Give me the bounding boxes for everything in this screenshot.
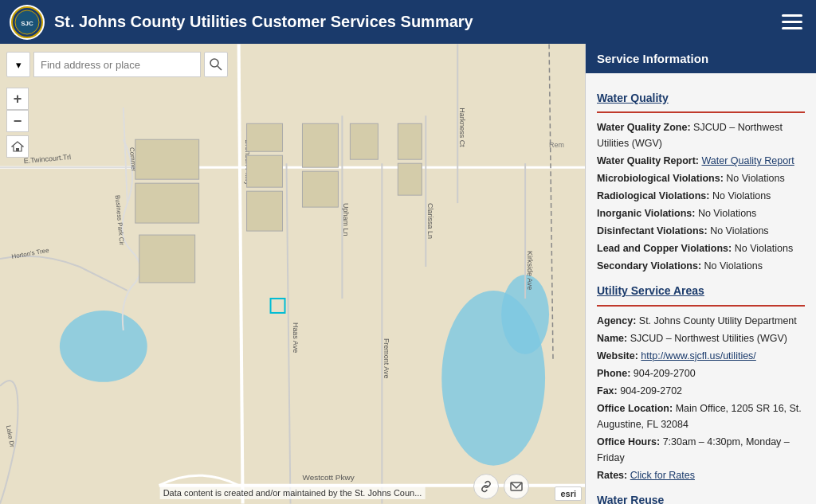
svg-text:Upham Ln: Upham Ln xyxy=(342,203,350,236)
water-quality-title: Water Quality xyxy=(597,89,805,107)
zoom-out-button[interactable]: − xyxy=(6,110,29,132)
water-reuse-title: Water Reuse xyxy=(597,491,805,504)
section-divider-usa xyxy=(597,305,805,307)
svg-rect-47 xyxy=(398,163,422,195)
main-content: ▾ + − xyxy=(0,44,816,504)
svg-rect-41 xyxy=(247,155,283,187)
utility-service-title: Utility Service Areas xyxy=(597,282,805,299)
svg-text:Kirkside Ave: Kirkside Ave xyxy=(526,251,534,290)
panel-header: Service Information xyxy=(586,44,816,73)
svg-text:Harkness Ct: Harkness Ct xyxy=(458,107,466,147)
svg-rect-6 xyxy=(16,148,19,151)
zoom-in-button[interactable]: + xyxy=(6,88,29,110)
hamburger-icon xyxy=(778,8,806,37)
link-icon xyxy=(479,479,493,494)
info-row: Radiological Violations: No Violations xyxy=(597,188,805,204)
map-toolbar: ▾ xyxy=(6,52,228,77)
info-row: Microbiological Violations: No Violation… xyxy=(597,170,805,186)
info-row: Water Quality Report: Water Quality Repo… xyxy=(597,153,805,169)
info-row: Office Location: Main Office, 1205 SR 16… xyxy=(597,400,805,432)
map-bottom-icons xyxy=(473,474,529,499)
app-logo: SJC xyxy=(10,5,45,40)
svg-text:Clarissa Ln: Clarissa Ln xyxy=(426,203,434,239)
dropdown-button[interactable]: ▾ xyxy=(6,52,30,77)
svg-point-8 xyxy=(60,311,147,382)
svg-rect-37 xyxy=(135,139,199,179)
home-button[interactable] xyxy=(6,135,29,158)
svg-point-3 xyxy=(210,59,218,67)
mail-button[interactable] xyxy=(504,474,529,499)
right-panel: Service Information Water Quality Water … xyxy=(585,44,816,504)
zoom-controls: + − xyxy=(6,88,29,158)
info-row: Water Quality Zone: SJCUD – Northwest Ut… xyxy=(597,119,805,151)
map-attribution: Data content is created and/or maintaine… xyxy=(160,486,426,499)
svg-text:Westcott Pkwy: Westcott Pkwy xyxy=(302,473,354,482)
section-divider-wq xyxy=(597,111,805,113)
info-row: Agency: St. Johns County Utility Departm… xyxy=(597,313,805,329)
home-icon xyxy=(11,140,24,153)
page-title: St. Johns County Utilities Customer Serv… xyxy=(54,13,778,31)
svg-line-4 xyxy=(218,66,222,70)
svg-text:Rem: Rem xyxy=(549,141,564,149)
svg-text:Haas Ave: Haas Ave xyxy=(291,322,299,353)
svg-rect-44 xyxy=(302,171,338,207)
svg-rect-45 xyxy=(350,123,378,159)
info-row: Lead and Copper Violations: No Violation… xyxy=(597,240,805,256)
map-container: ▾ + − xyxy=(0,44,585,504)
esri-logo: esri xyxy=(555,486,582,501)
info-row: Office Hours: 7:30am – 4:30pm, Monday – … xyxy=(597,434,805,466)
svg-rect-39 xyxy=(139,235,195,283)
mail-icon xyxy=(509,479,524,494)
info-row: Rates: Click for Rates xyxy=(597,467,805,483)
info-row: Phone: 904-209-2700 xyxy=(597,365,805,381)
svg-text:Fremont Ave: Fremont Ave xyxy=(382,338,390,379)
info-row: Name: SJCUD – Northwest Utilities (WGV) xyxy=(597,330,805,346)
hamburger-button[interactable] xyxy=(778,8,806,37)
svg-rect-46 xyxy=(398,123,422,159)
app-header: SJC St. Johns County Utilities Customer … xyxy=(0,0,816,44)
search-input[interactable] xyxy=(33,52,201,77)
svg-rect-43 xyxy=(302,123,338,167)
info-row: Website: http://www.sjcfl.us/utilities/ xyxy=(597,348,805,364)
info-row: Inorganic Violations: No Violations xyxy=(597,205,805,221)
svg-text:SJC: SJC xyxy=(21,20,33,27)
panel-content: Water Quality Water Quality Zone: SJCUD … xyxy=(586,73,816,504)
link-button[interactable] xyxy=(473,474,499,499)
info-row: Secondary Violations: No Violations xyxy=(597,258,805,274)
info-row: Disinfectant Violations: No Violations xyxy=(597,223,805,239)
svg-rect-38 xyxy=(135,183,199,223)
svg-rect-42 xyxy=(247,191,283,231)
search-button[interactable] xyxy=(204,52,228,77)
chevron-down-icon: ▾ xyxy=(16,59,22,71)
svg-rect-40 xyxy=(247,123,283,151)
search-icon xyxy=(210,58,222,71)
map-svg: E.Twincourt.Trl Bronson Pkwy Business Pa… xyxy=(0,44,585,504)
info-row: Fax: 904-209-2702 xyxy=(597,383,805,399)
